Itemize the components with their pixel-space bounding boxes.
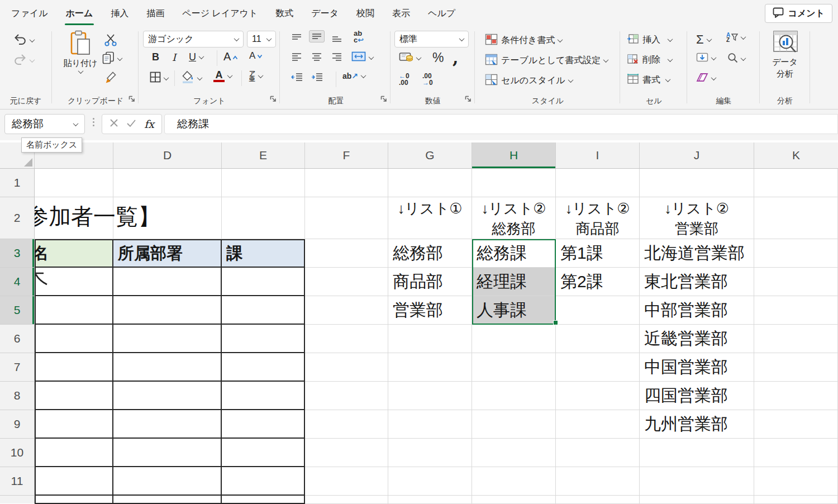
align-center-button[interactable] [311,53,322,61]
tab-formulas[interactable]: 数式 [266,0,302,27]
cell[interactable] [754,467,838,496]
cell-d8[interactable] [113,382,222,410]
cell[interactable] [754,239,838,268]
comments-button[interactable]: コメント [765,4,833,23]
cell[interactable] [754,439,838,467]
cell[interactable] [754,296,838,325]
increase-decimal-button[interactable]: ←←00.00 [399,73,410,86]
cell-d5[interactable] [113,296,222,325]
cell[interactable] [754,169,838,197]
cell[interactable] [305,439,388,467]
cell-j9[interactable]: 九州営業部 [640,410,754,439]
tab-file[interactable]: ファイル [2,0,57,27]
cell[interactable] [305,239,388,268]
cell-g2-list1-header[interactable]: ↓リスト① [388,197,472,239]
cell[interactable] [556,439,640,467]
cut-button[interactable] [104,34,117,49]
copy-button[interactable] [102,51,122,66]
cell[interactable] [640,496,754,504]
cell[interactable] [388,169,472,197]
row-header-1[interactable]: 1 [0,169,34,197]
grow-font-button[interactable]: A [223,50,238,63]
cell[interactable] [754,197,838,239]
conditional-formatting-button[interactable]: 条件付き書式 [485,34,562,47]
row-header-2[interactable]: 2 [0,197,34,239]
cell-j8[interactable]: 四国営業部 [640,382,754,410]
format-painter-button[interactable] [104,70,118,86]
cell[interactable] [305,268,388,296]
cell[interactable] [754,382,838,410]
fill-handle[interactable] [553,320,558,325]
data-analysis-button[interactable] [773,30,798,56]
cell[interactable] [754,268,838,296]
cell-j6[interactable]: 近畿営業部 [640,325,754,353]
cell-d9[interactable] [113,410,222,439]
font-size-combobox[interactable]: 11 [247,31,276,47]
cell[interactable] [222,169,305,197]
cell[interactable] [305,169,388,197]
enter-icon[interactable] [126,119,136,129]
insert-function-button[interactable]: fx [144,118,154,130]
cell[interactable] [556,296,640,325]
undo-button[interactable] [13,34,34,47]
row-header-6[interactable]: 6 [0,325,34,353]
cell[interactable] [754,325,838,353]
cell[interactable] [556,169,640,197]
cell[interactable] [305,296,388,325]
column-header-k[interactable]: K [754,142,838,168]
cell[interactable] [640,169,754,197]
name-box-chevron-icon[interactable] [73,121,79,126]
phonetic-button[interactable]: ア亜 [249,70,263,82]
cell[interactable] [472,169,556,197]
cell[interactable] [388,410,472,439]
cell[interactable] [388,467,472,496]
align-middle-button[interactable] [309,30,325,42]
cell[interactable] [388,496,472,504]
cell-d10[interactable] [113,439,222,467]
cell-j2-list2-header[interactable]: ↓リスト②営業部 [640,197,754,239]
cell[interactable] [472,325,556,353]
cell-e11[interactable] [222,467,305,496]
redo-button[interactable] [13,54,34,68]
cell[interactable] [556,496,640,504]
underline-button[interactable]: U [189,51,203,63]
row-header-7[interactable]: 7 [0,353,34,382]
cell[interactable] [35,169,113,197]
cell-c9[interactable] [35,410,113,439]
cell[interactable] [388,439,472,467]
formula-bar-grip[interactable] [93,118,94,126]
cell-j4[interactable]: 東北営業部 [640,268,754,296]
cell[interactable] [472,410,556,439]
cell[interactable] [754,496,838,504]
cell[interactable] [305,197,388,239]
cell[interactable] [472,353,556,382]
merge-center-button[interactable] [351,51,373,64]
comma-style-button[interactable]: , [453,48,458,68]
row-header-9[interactable]: 9 [0,410,34,439]
shrink-font-button[interactable]: A [249,50,263,61]
column-header-g[interactable]: G [388,142,472,168]
cell-j7[interactable]: 中国営業部 [640,353,754,382]
cell-c2-title[interactable]: 参加者一覧】 [35,197,113,239]
column-header-j[interactable]: J [640,142,754,168]
tab-insert[interactable]: 挿入 [102,0,137,27]
cell-c11[interactable] [35,467,113,496]
cell-e7[interactable] [222,353,305,382]
cell[interactable] [305,353,388,382]
cell-e5[interactable] [222,296,305,325]
italic-button[interactable]: I [172,51,176,63]
cell-d3-header-department[interactable]: 所属部署 [113,239,222,268]
cell[interactable] [556,353,640,382]
cell-g5[interactable]: 営業部 [388,296,472,325]
cell-c4[interactable] [35,268,113,296]
cancel-icon[interactable] [109,118,118,130]
number-dialog-launcher[interactable] [464,94,472,104]
row-header-5[interactable]: 5 [0,296,34,325]
row-header-3[interactable]: 3 [0,239,34,268]
cell[interactable] [472,439,556,467]
cell[interactable] [113,169,222,197]
cell[interactable] [305,496,388,504]
format-cells-button[interactable]: 書式 [627,74,670,87]
column-header-h[interactable]: H [472,142,556,168]
font-family-combobox[interactable]: 游ゴシック [143,31,244,47]
